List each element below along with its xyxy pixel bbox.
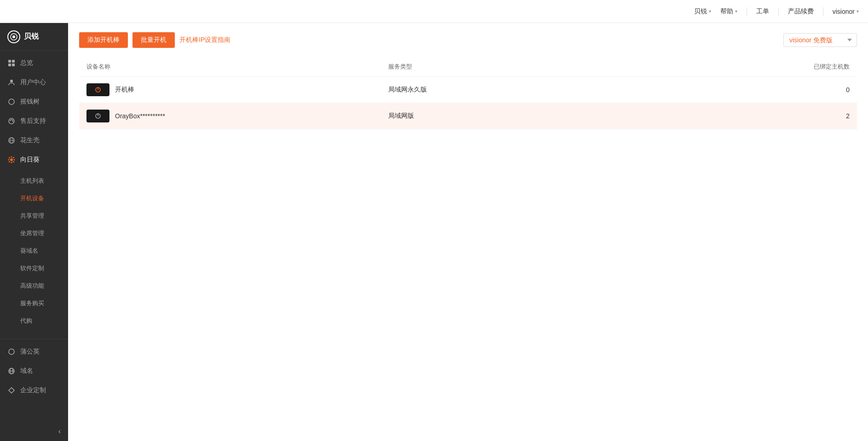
dandelion-icon — [7, 348, 16, 356]
chevron-left-icon: ‹ — [58, 427, 61, 435]
table-row: 开机棒 局域网永久版 0 — [79, 77, 857, 103]
sidebar-sub-service-purchase[interactable]: 服务购买 — [0, 295, 68, 312]
nav-divider-2 — [778, 7, 779, 16]
ip-guide-link[interactable]: 开机棒IP设置指南 — [179, 36, 230, 44]
sidebar-item-enterprise[interactable]: 企业定制 — [0, 381, 68, 400]
devices-table: 设备名称 服务类型 已绑定主机数 — [79, 57, 857, 129]
col-bound-hosts: 已绑定主机数 — [678, 57, 857, 77]
sidebar-item-overview-label: 总览 — [20, 59, 33, 67]
table-cell-device-name: 开机棒 — [79, 77, 381, 103]
tree-icon — [7, 98, 16, 106]
nav-renew-label: 产品续费 — [788, 7, 814, 16]
device-name-text: 开机棒 — [115, 86, 134, 94]
svg-point-15 — [8, 159, 10, 161]
svg-rect-3 — [12, 60, 15, 63]
sidebar-item-overview[interactable]: 总览 — [0, 53, 68, 73]
sidebar-sub-share-mgmt[interactable]: 共享管理 — [0, 207, 68, 225]
svg-point-16 — [14, 159, 15, 161]
version-selector-container: visionor 免费版visionor 专业版 — [783, 33, 857, 47]
nav-items: 贝锐 ▾ 帮助 ▾ 工单 产品续费 visionor ▾ — [694, 7, 859, 16]
globe-icon — [7, 136, 16, 145]
svg-marker-25 — [9, 388, 14, 393]
sidebar-item-sunflower-label: 向日葵 — [20, 156, 40, 164]
sidebar-sub-sunflower-domain[interactable]: 葵域名 — [0, 242, 68, 260]
nav-renew[interactable]: 产品续费 — [788, 7, 814, 16]
table-cell-service-type: 局域网永久版 — [381, 77, 678, 103]
table-cell-bound-hosts: 0 — [678, 77, 857, 103]
sidebar-sub-boot-device[interactable]: 开机设备 — [0, 190, 68, 207]
svg-point-13 — [11, 157, 12, 158]
svg-point-8 — [9, 118, 14, 124]
nav-visionor[interactable]: visionor ▾ — [833, 8, 859, 15]
sidebar-item-dandelion[interactable]: 蒲公英 — [0, 342, 68, 361]
sidebar-sub-advanced-func[interactable]: 高级功能 — [0, 277, 68, 295]
body-layout: 贝锐 总览 用户中心 — [0, 23, 868, 441]
sidebar-item-dandelion-label: 蒲公英 — [20, 348, 40, 356]
svg-point-21 — [9, 349, 14, 354]
grid-icon — [7, 59, 16, 67]
sidebar-item-after-sales-label: 售后支持 — [20, 117, 46, 125]
sidebar-item-user-label: 用户中心 — [20, 78, 46, 87]
nav-ticket[interactable]: 工单 — [756, 7, 769, 16]
sidebar-item-flower-shell-label: 花生壳 — [20, 136, 40, 145]
svg-rect-5 — [12, 64, 15, 66]
sidebar-item-flower-shell[interactable]: 花生壳 — [0, 131, 68, 150]
table-cell-service-type-2: 局域网版 — [381, 103, 678, 129]
device-name-cell-2: OrayBox********** — [86, 110, 374, 122]
version-selector[interactable]: visionor 免费版visionor 专业版 — [783, 33, 857, 47]
sidebar-collapse-toggle[interactable]: ‹ — [0, 422, 68, 441]
diamond-icon — [7, 386, 16, 395]
sidebar-sub-seat-mgmt[interactable]: 坐席管理 — [0, 225, 68, 242]
top-navigation: 贝锐 ▾ 帮助 ▾ 工单 产品续费 visionor ▾ — [0, 0, 868, 23]
svg-point-19 — [9, 161, 10, 162]
sidebar-sub-software-custom[interactable]: 软件定制 — [0, 260, 68, 277]
nav-ticket-label: 工单 — [756, 7, 769, 16]
svg-point-17 — [9, 157, 10, 158]
svg-point-20 — [13, 161, 14, 162]
sunflower-icon — [7, 156, 16, 164]
sidebar-item-domain-label: 域名 — [20, 367, 33, 375]
col-service-type: 服务类型 — [381, 57, 678, 77]
sidebar-item-enterprise-label: 企业定制 — [20, 386, 46, 395]
svg-point-12 — [10, 158, 13, 161]
svg-point-18 — [13, 157, 14, 158]
svg-rect-4 — [8, 64, 11, 66]
nav-divider-3 — [823, 7, 823, 16]
person-icon — [7, 78, 16, 87]
chevron-down-icon: ▾ — [857, 9, 859, 14]
svg-rect-2 — [8, 60, 11, 63]
sidebar-item-mining[interactable]: 摇钱树 — [0, 92, 68, 111]
sidebar-sub-host-list[interactable]: 主机列表 — [0, 172, 68, 190]
add-boot-stick-button[interactable]: 添加开机棒 — [79, 32, 128, 48]
nav-help-label: 帮助 — [720, 7, 733, 16]
table-header: 设备名称 服务类型 已绑定主机数 — [79, 57, 857, 77]
sidebar-sub-proxy[interactable]: 代购 — [0, 312, 68, 330]
logo-icon — [7, 30, 20, 43]
sidebar-bottom-section: 蒲公英 域名 企业定制 — [0, 339, 68, 400]
sidebar-item-sunflower[interactable]: 向日葵 — [0, 150, 68, 169]
sidebar-item-after-sales[interactable]: 售后支持 — [0, 111, 68, 131]
svg-point-6 — [10, 80, 13, 82]
nav-beishui-label: 贝锐 — [694, 7, 707, 16]
table-row: OrayBox********** 局域网版 2 — [79, 103, 857, 129]
sidebar-item-domain[interactable]: 域名 — [0, 361, 68, 381]
device-toggle-on[interactable] — [86, 110, 109, 122]
chevron-down-icon: ▾ — [735, 9, 737, 14]
device-toggle-off[interactable] — [86, 83, 109, 96]
chevron-down-icon: ▾ — [709, 9, 711, 14]
sidebar-item-user-center[interactable]: 用户中心 — [0, 73, 68, 92]
table-header-row: 设备名称 服务类型 已绑定主机数 — [79, 57, 857, 77]
www-icon — [7, 367, 16, 375]
sidebar: 贝锐 总览 用户中心 — [0, 23, 68, 441]
device-name-cell: 开机棒 — [86, 83, 374, 96]
sidebar-item-mining-label: 摇钱树 — [20, 98, 40, 106]
nav-help[interactable]: 帮助 ▾ — [720, 7, 737, 16]
table-cell-bound-hosts-2: 2 — [678, 103, 857, 129]
batch-boot-button[interactable]: 批量开机 — [132, 32, 175, 48]
nav-beishui[interactable]: 贝锐 ▾ — [694, 7, 711, 16]
svg-point-14 — [11, 162, 12, 163]
col-device-name: 设备名称 — [79, 57, 381, 77]
nav-divider — [747, 7, 747, 16]
table-cell-device-name-2: OrayBox********** — [79, 103, 381, 129]
device-name-text-2: OrayBox********** — [115, 112, 165, 120]
